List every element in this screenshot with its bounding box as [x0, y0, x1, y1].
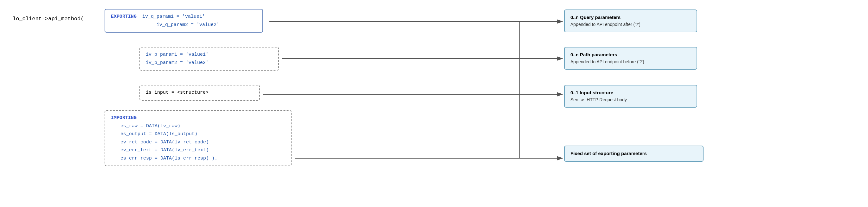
input-desc-title: 0..1 Input structure [570, 89, 691, 97]
query-desc-subtitle: Appended to API endpoint after ('?') [570, 21, 691, 28]
importing-keyword: IMPORTING [111, 114, 285, 122]
path-desc-title: 0..n Path parameters [570, 51, 691, 59]
exporting-desc-title: Fixed set of exporting parameters [570, 150, 697, 157]
input-desc-box: 0..1 Input structure Sent as HTTP Reques… [564, 85, 697, 108]
importing-line2: es_output = DATA(ls_output) [111, 130, 285, 138]
importing-line4: ev_err_text = DATA(lv_err_text) [111, 146, 285, 154]
method-call-text: lo_client->api_method( [13, 16, 84, 22]
importing-box: IMPORTING es_raw = DATA(lv_raw) es_outpu… [104, 110, 291, 166]
path-desc-subtitle: Appended to API endpoint before ('?') [570, 59, 691, 65]
input-desc-subtitle: Sent as HTTP Request body [570, 97, 691, 103]
importing-line1: es_raw = DATA(lv_raw) [111, 122, 285, 130]
input-struct-line1: is_input = <structure> [146, 89, 253, 97]
query-desc-title: 0..n Query parameters [570, 14, 691, 21]
path-param-line1: iv_p_param1 = 'value1' [146, 50, 273, 59]
path-desc-box: 0..n Path parameters Appended to API end… [564, 47, 697, 70]
query-desc-box: 0..n Query parameters Appended to API en… [564, 9, 697, 32]
path-param-line2: iv_p_param2 = 'value2' [146, 59, 273, 67]
input-struct-box: is_input = <structure> [140, 85, 260, 101]
path-params-box: iv_p_param1 = 'value1' iv_p_param2 = 'va… [140, 47, 279, 71]
importing-line3: ev_ret_code = DATA(lv_ret_code) [111, 138, 285, 146]
query-params-box: EXPORTING iv_q_param1 = 'value1' iv_q_pa… [104, 9, 263, 33]
exporting-keyword: EXPORTING iv_q_param1 = 'value1' [111, 13, 257, 21]
diagram-container: lo_client->api_method( EXPORTING iv_q_pa… [0, 0, 868, 207]
importing-line5: es_err_resp = DATA(ls_err_resp) ). [111, 154, 285, 163]
query-param-line2: iv_q_param2 = 'value2' [111, 21, 257, 29]
exporting-desc-box: Fixed set of exporting parameters [564, 146, 704, 162]
